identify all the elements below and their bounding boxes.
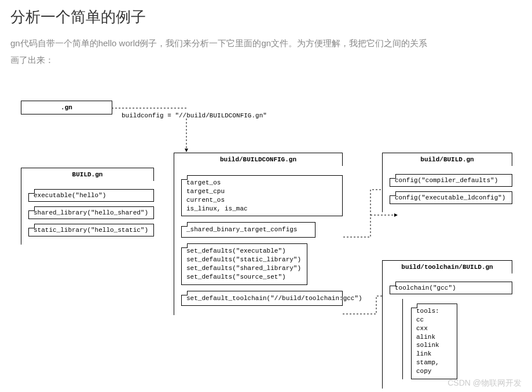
build-build-gn-item: config("executable_ldconfig") bbox=[390, 191, 512, 204]
build-gn-title: BUILD.gn bbox=[21, 168, 154, 181]
diagram: .gn buildconfig = "//build/BUILDCONFIG.g… bbox=[0, 87, 532, 387]
watermark: CSDN @物联网开发 bbox=[447, 378, 522, 389]
build-build-gn-item: config("compiler_defaults") bbox=[390, 174, 512, 187]
buildconfig-vars: target_os target_cpu current_os is_linux… bbox=[181, 175, 343, 216]
toolchain-tools: tools: cc cxx alink solink link stamp, c… bbox=[411, 304, 457, 379]
toolchain-gn-node: build/toolchain/BUILD.gn toolchain("gcc"… bbox=[382, 260, 512, 389]
build-gn-item: static_library("hello_static") bbox=[28, 224, 154, 236]
toolchain-gn-title: build/toolchain/BUILD.gn bbox=[382, 260, 512, 273]
build-build-gn-title: build/BUILD.gn bbox=[382, 153, 512, 166]
intro-paragraph: gn代码自带一个简单的hello world例子，我们来分析一下它里面的gn文件… bbox=[0, 27, 440, 68]
buildconfig-gn-node: build/BUILDCONFIG.gn target_os target_cp… bbox=[174, 153, 343, 315]
build-gn-node: BUILD.gn executable("hello") shared_libr… bbox=[21, 168, 154, 245]
buildconfig-defaults: set_defaults("executable") set_defaults(… bbox=[181, 243, 307, 284]
gn-file-box: .gn bbox=[21, 101, 112, 114]
build-gn-item: executable("hello") bbox=[28, 189, 154, 202]
page-title: 分析一个简单的例子 bbox=[0, 0, 532, 27]
buildconfig-gn-title: build/BUILDCONFIG.gn bbox=[174, 153, 343, 166]
toolchain-gn-item: toolchain("gcc") bbox=[390, 282, 512, 294]
buildconfig-toolchain: set_default_toolchain("//build/toolchain… bbox=[181, 291, 343, 306]
build-build-gn-node: build/BUILD.gn config("compiler_defaults… bbox=[382, 153, 512, 212]
buildconfig-assignment: buildconfig = "//build/BUILDCONFIG.gn" bbox=[122, 112, 267, 119]
buildconfig-shared: _shared_binary_target_configs bbox=[181, 222, 315, 238]
build-gn-item: shared_library("hello_shared") bbox=[28, 206, 154, 219]
